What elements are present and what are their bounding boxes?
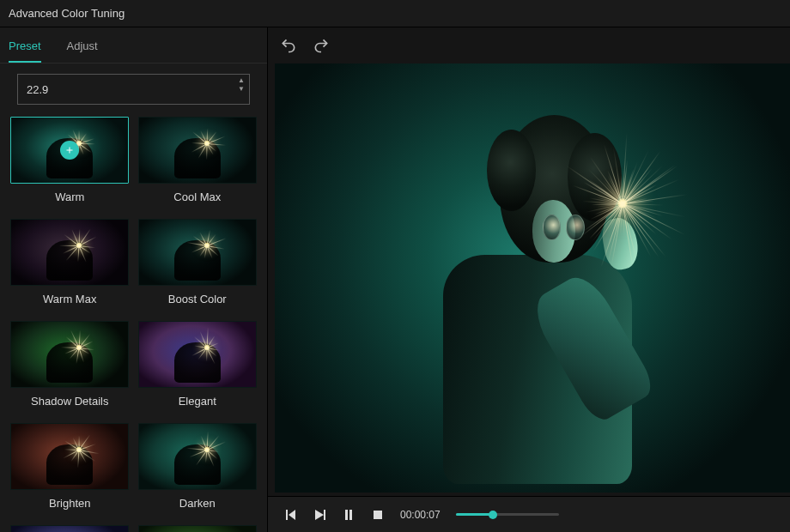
preset-thumb bbox=[138, 219, 257, 286]
play-button[interactable] bbox=[313, 508, 326, 522]
preset-thumb bbox=[138, 117, 257, 184]
preset-item[interactable]: Brighten bbox=[10, 423, 130, 510]
tab-adjust[interactable]: Adjust bbox=[67, 34, 98, 63]
stop-button[interactable] bbox=[371, 508, 385, 522]
preview-image bbox=[275, 63, 790, 493]
window-titlebar: Advanced Color Tuning bbox=[0, 0, 790, 27]
preset-item[interactable]: Boost Color bbox=[138, 219, 258, 305]
preset-item[interactable]: Elegant bbox=[138, 321, 258, 408]
preview-pane: 00:00:07 bbox=[268, 27, 790, 532]
preset-label: Shadow Details bbox=[31, 395, 108, 408]
spinner-up-icon[interactable]: ▲ bbox=[238, 77, 245, 84]
preset-thumb bbox=[10, 525, 129, 532]
preset-grid: Warm Cool Max Warm Max Boost Color Shado… bbox=[0, 105, 267, 532]
playback-controls: 00:00:07 bbox=[268, 496, 790, 532]
preset-thumb bbox=[10, 117, 129, 184]
sidebar-tabs: Preset Adjust bbox=[0, 27, 267, 63]
preset-item[interactable]: Cool Max bbox=[138, 117, 258, 203]
preset-item[interactable]: Shadow Details bbox=[10, 321, 130, 408]
preset-label: Warm bbox=[55, 190, 84, 203]
preset-label: Elegant bbox=[179, 395, 216, 408]
tab-preset[interactable]: Preset bbox=[9, 34, 41, 63]
window-title: Advanced Color Tuning bbox=[9, 7, 125, 20]
sidebar: Preset Adjust ▲ ▼ Warm Cool Max bbox=[0, 27, 268, 532]
spinner-down-icon[interactable]: ▼ bbox=[238, 86, 245, 93]
preset-label: Darken bbox=[179, 497, 216, 510]
preset-thumb bbox=[138, 423, 257, 490]
preview-toolbar bbox=[268, 27, 790, 63]
preset-item[interactable]: Warm Max bbox=[10, 219, 130, 305]
preset-thumb bbox=[10, 321, 129, 388]
redo-icon[interactable] bbox=[313, 37, 330, 54]
svg-rect-0 bbox=[374, 511, 382, 519]
step-back-button[interactable] bbox=[283, 508, 297, 522]
preset-item[interactable] bbox=[138, 525, 258, 532]
preset-thumb bbox=[138, 321, 257, 388]
preset-label: Boost Color bbox=[168, 293, 227, 305]
progress-slider[interactable] bbox=[456, 513, 559, 516]
preset-label: Warm Max bbox=[43, 293, 96, 305]
plus-icon bbox=[60, 141, 79, 160]
preset-thumb bbox=[138, 525, 257, 532]
preset-thumb bbox=[10, 219, 129, 286]
preset-label: Brighten bbox=[49, 497, 90, 510]
preset-item[interactable]: Darken bbox=[138, 423, 258, 510]
preset-item[interactable]: Warm bbox=[10, 117, 130, 203]
value-input[interactable] bbox=[17, 74, 250, 105]
undo-icon[interactable] bbox=[280, 37, 297, 54]
playback-time: 00:00:07 bbox=[400, 509, 441, 521]
preset-thumb bbox=[10, 423, 129, 490]
pause-button[interactable] bbox=[342, 508, 356, 522]
preset-item[interactable] bbox=[10, 525, 130, 532]
preset-label: Cool Max bbox=[173, 190, 221, 203]
